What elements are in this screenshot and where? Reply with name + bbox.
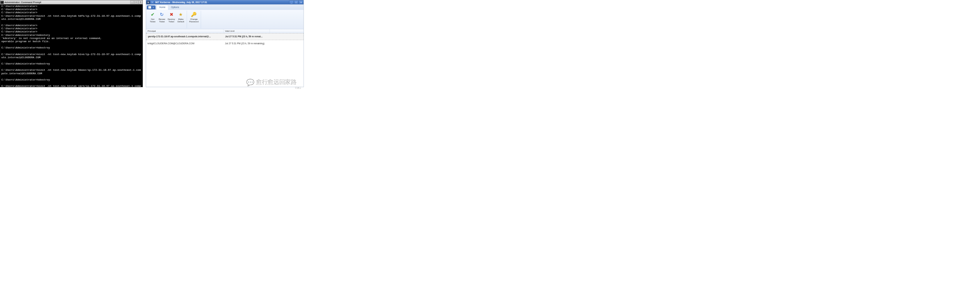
list-header: Principal Valid Until bbox=[146, 29, 303, 33]
valid-cell: Jul 27 5:31 PM (23 h, 59 m remaining) bbox=[224, 42, 270, 45]
key-icon: 🔑 bbox=[191, 11, 197, 18]
kerberos-window: k ▼ MIT Kerberos - Wednesday, July 26, 2… bbox=[146, 0, 304, 87]
valid-cell: Jul 27 5:31 PM (23 h, 59 m remai... bbox=[224, 35, 270, 38]
maximize-button[interactable]: □ bbox=[294, 1, 299, 4]
krb-titlebar[interactable]: k ▼ MIT Kerberos - Wednesday, July 26, 2… bbox=[146, 0, 303, 5]
chevron-down-icon: ▼ bbox=[153, 6, 154, 8]
krb-menu-dropdown-icon[interactable]: ▼ bbox=[150, 1, 154, 4]
table-row[interactable]: krbtgt/CLOUDERA.COM@CLOUDERA.COM Jul 27 … bbox=[146, 40, 303, 47]
table-row[interactable]: yarn/ip-172-31-18-97.ap-southeast-1.comp… bbox=[146, 33, 303, 40]
ticket-list[interactable]: yarn/ip-172-31-18-97.ap-southeast-1.comp… bbox=[146, 33, 303, 87]
cmd-output[interactable]: C:\Users\Administrator> C:\Users\Adminis… bbox=[0, 5, 143, 87]
app-menu-icon bbox=[148, 6, 151, 9]
get-ticket-button[interactable]: ✔ Get Ticket bbox=[148, 11, 158, 29]
make-default-button[interactable]: ★ Make Default bbox=[176, 11, 186, 29]
close-button[interactable]: ✕ bbox=[138, 0, 142, 4]
ribbon-tabs: ▼ Home Options bbox=[146, 5, 303, 10]
ribbon-toolbar: ✔ Get Ticket ↻ Renew Ticket ✖ Destroy Ti… bbox=[146, 10, 303, 29]
kerberos-app-icon: k bbox=[146, 1, 150, 4]
col-principal[interactable]: Principal bbox=[146, 29, 223, 33]
minimize-button[interactable]: _ bbox=[289, 1, 294, 4]
minimize-button[interactable]: _ bbox=[130, 0, 134, 4]
app-menu-button[interactable]: ▼ bbox=[147, 6, 156, 10]
star-icon: ★ bbox=[178, 11, 184, 18]
change-password-button[interactable]: 🔑 Change Password bbox=[188, 11, 200, 29]
col-spacer bbox=[270, 29, 304, 33]
principal-cell: yarn/ip-172-31-18-97.ap-southeast-1.comp… bbox=[146, 35, 224, 38]
maximize-button[interactable]: □ bbox=[134, 0, 138, 4]
close-button[interactable]: ✕ bbox=[299, 1, 303, 4]
tab-home[interactable]: Home bbox=[156, 5, 168, 10]
command-prompt-window: C:\ Administrator: Command Prompt _ □ ✕ … bbox=[0, 0, 143, 87]
krb-title: MIT Kerberos - Wednesday, July 26, 2017 … bbox=[155, 1, 289, 4]
get-ticket-icon: ✔ bbox=[150, 11, 156, 18]
cmd-icon: C:\ bbox=[1, 1, 4, 3]
renew-icon: ↻ bbox=[159, 11, 165, 18]
renew-ticket-button[interactable]: ↻ Renew Ticket bbox=[158, 11, 167, 29]
destroy-ticket-button[interactable]: ✖ Destroy Ticket bbox=[167, 11, 176, 29]
cmd-title: Administrator: Command Prompt bbox=[5, 1, 130, 3]
small-watermark: 亿速云 bbox=[295, 86, 301, 89]
destroy-icon: ✖ bbox=[168, 11, 175, 18]
cmd-titlebar[interactable]: C:\ Administrator: Command Prompt _ □ ✕ bbox=[0, 0, 143, 5]
principal-cell: krbtgt/CLOUDERA.COM@CLOUDERA.COM bbox=[146, 42, 223, 45]
col-valid-until[interactable]: Valid Until bbox=[224, 29, 270, 33]
tab-options[interactable]: Options bbox=[168, 5, 182, 10]
